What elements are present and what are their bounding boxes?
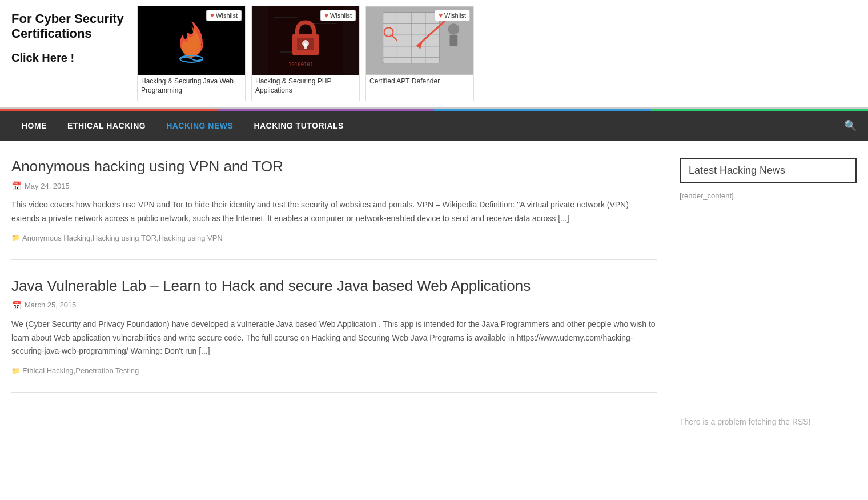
wishlist-btn-java[interactable]: ♥ Wishlist (206, 10, 242, 21)
widget-render-placeholder: [render_content] (680, 191, 857, 200)
header-banner: For Cyber Security Certifications Click … (0, 0, 868, 109)
course-card-java[interactable]: ♥ Wishlist Hacking & Securing Java Web P… (137, 6, 246, 101)
course-label-java: Hacking & Securing Java Web Programming (138, 75, 245, 97)
calendar-icon-2: 📅 (11, 301, 21, 310)
article-categories-1: 📁 Anonymous Hacking , Hacking using TOR … (11, 234, 657, 242)
nav-home[interactable]: HOME (11, 111, 57, 141)
heart-icon-apt: ♥ (439, 11, 443, 19)
svg-text:10100101: 10100101 (288, 62, 313, 67)
svg-rect-8 (304, 43, 307, 49)
heart-icon: ♥ (210, 11, 214, 19)
course-card-apt[interactable]: ♥ Wishlist Certified APT Defender (365, 6, 474, 101)
course-label-php: Hacking & Securing PHP Applications (252, 75, 359, 97)
category-link-anonymous[interactable]: Anonymous Hacking (22, 234, 90, 242)
category-link-vpn[interactable]: Hacking using VPN (159, 234, 223, 242)
nav-ethical-hacking[interactable]: ETHICAL HACKING (57, 111, 156, 141)
widget-title: Latest Hacking News (680, 158, 857, 183)
header-click-here[interactable]: Click Here ! (11, 51, 126, 65)
folder-icon-1: 📁 (11, 234, 20, 242)
nav-hacking-news[interactable]: HACKING NEWS (156, 111, 243, 141)
wishlist-btn-php[interactable]: ♥ Wishlist (320, 10, 356, 21)
article-title-2[interactable]: Java Vulnerable Lab – Learn to Hack and … (11, 277, 657, 295)
article-date-2: 📅 March 25, 2015 (11, 301, 657, 310)
navbar: HOME ETHICAL HACKING HACKING NEWS HACKIN… (0, 111, 868, 141)
article-1: Anonymous hacking using VPN and TOR 📅 Ma… (11, 158, 657, 260)
header-text: For Cyber Security Certifications Click … (11, 6, 126, 70)
svg-point-21 (448, 23, 459, 35)
article-2: Java Vulnerable Lab – Learn to Hack and … (11, 277, 657, 393)
calendar-icon-1: 📅 (11, 181, 21, 190)
category-link-ethical[interactable]: Ethical Hacking (22, 366, 74, 375)
main-layout: Anonymous hacking using VPN and TOR 📅 Ma… (0, 141, 868, 461)
course-card-php[interactable]: 10100101 ♥ Wishlist Hacking & Securing P… (251, 6, 360, 101)
article-excerpt-2: We (Cyber Security and Privacy Foundatio… (11, 318, 657, 358)
folder-icon-2: 📁 (11, 367, 20, 375)
course-card-img-php: 10100101 ♥ Wishlist (252, 6, 359, 75)
course-card-img-java: ♥ Wishlist (138, 6, 245, 75)
category-link-tor[interactable]: Hacking using TOR (93, 234, 156, 242)
widget-rss-error: There is a problem fetching the RSS! (680, 417, 857, 426)
course-card-img-apt: ♥ Wishlist (366, 6, 473, 75)
heart-icon-php: ♥ (324, 11, 328, 19)
content-area: Anonymous hacking using VPN and TOR 📅 Ma… (11, 158, 657, 443)
sidebar: Latest Hacking News [render_content] The… (680, 158, 857, 443)
article-excerpt-1: This video covers how hackers use VPN an… (11, 198, 657, 226)
article-date-1: 📅 May 24, 2015 (11, 181, 657, 190)
course-label-apt: Certified APT Defender (366, 75, 473, 89)
nav-hacking-tutorials[interactable]: HACKING TUTORIALS (243, 111, 354, 141)
sidebar-widget-news: Latest Hacking News [render_content] The… (680, 158, 857, 426)
article-categories-2: 📁 Ethical Hacking , Penetration Testing (11, 366, 657, 375)
svg-rect-22 (449, 35, 457, 46)
category-link-pentest[interactable]: Penetration Testing (75, 366, 139, 375)
article-title-1[interactable]: Anonymous hacking using VPN and TOR (11, 158, 657, 175)
header-title-line1: For Cyber Security Certifications (11, 11, 126, 41)
wishlist-btn-apt[interactable]: ♥ Wishlist (435, 10, 470, 21)
search-icon[interactable]: 🔍 (844, 119, 857, 132)
course-cards: ♥ Wishlist Hacking & Securing Java Web P… (137, 6, 474, 101)
